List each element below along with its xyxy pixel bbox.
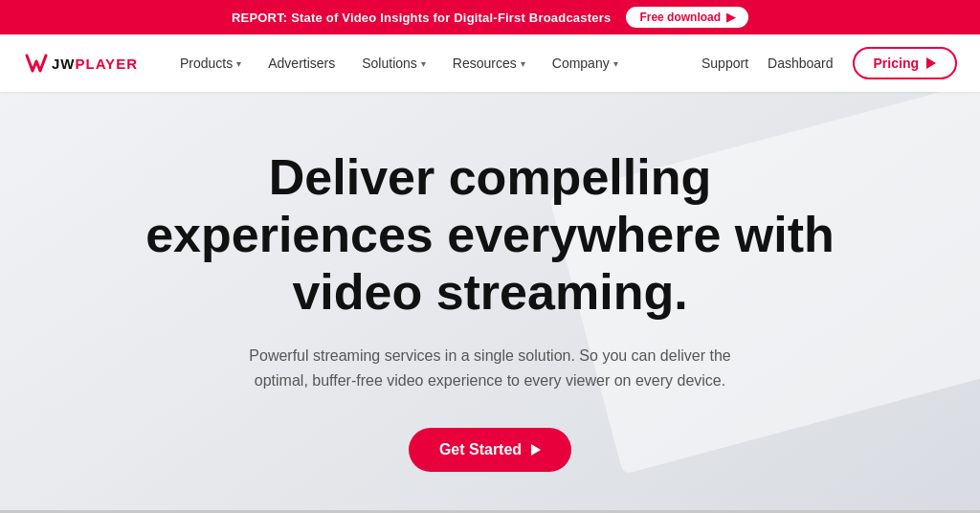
logo[interactable]: JWPLAYER [23, 50, 138, 77]
pricing-label: Pricing [874, 56, 919, 71]
banner-text: REPORT: State of Video Insights for Digi… [232, 11, 611, 25]
nav-solutions-label: Solutions [362, 56, 417, 71]
nav-item-resources[interactable]: Resources ▾ [441, 48, 537, 78]
chevron-down-icon: ▾ [236, 58, 241, 69]
banner-cta-button[interactable]: Free download ▶ [626, 7, 748, 28]
logo-icon [23, 50, 50, 77]
nav-support-link[interactable]: Support [702, 56, 748, 71]
pricing-arrow-icon [926, 57, 936, 69]
hero-cta-button[interactable]: Get Started [409, 428, 571, 472]
nav-item-company[interactable]: Company ▾ [541, 48, 630, 78]
nav-right: Support Dashboard Pricing [702, 47, 957, 79]
chevron-down-icon-2: ▾ [421, 58, 426, 69]
bottom-preview-bar [0, 510, 980, 513]
nav-resources-label: Resources [453, 56, 517, 71]
nav-item-solutions[interactable]: Solutions ▾ [350, 48, 437, 78]
hero-title: Deliver compelling experiences everywher… [145, 149, 835, 321]
hero-cta-label: Get Started [439, 441, 522, 458]
logo-text: JWPLAYER [52, 56, 138, 72]
hero-section: Deliver compelling experiences everywher… [0, 92, 980, 510]
hero-subtitle: Powerful streaming services in a single … [241, 344, 739, 392]
nav-item-advertisers[interactable]: Advertisers [256, 48, 346, 78]
nav-links: Products ▾ Advertisers Solutions ▾ Resou… [168, 48, 702, 78]
nav-dashboard-link[interactable]: Dashboard [768, 56, 834, 71]
chevron-down-icon-3: ▾ [521, 58, 525, 69]
nav-company-label: Company [552, 56, 610, 71]
navbar: JWPLAYER Products ▾ Advertisers Solution… [0, 34, 980, 92]
nav-advertisers-label: Advertisers [268, 56, 335, 71]
nav-item-products[interactable]: Products ▾ [168, 48, 253, 78]
top-banner: REPORT: State of Video Insights for Digi… [0, 0, 980, 34]
banner-arrow-icon: ▶ [726, 11, 735, 24]
pricing-button[interactable]: Pricing [853, 47, 957, 79]
banner-cta-label: Free download [639, 11, 721, 24]
hero-cta-play-icon [531, 444, 541, 456]
nav-products-label: Products [180, 56, 233, 71]
chevron-down-icon-4: ▾ [613, 58, 618, 69]
